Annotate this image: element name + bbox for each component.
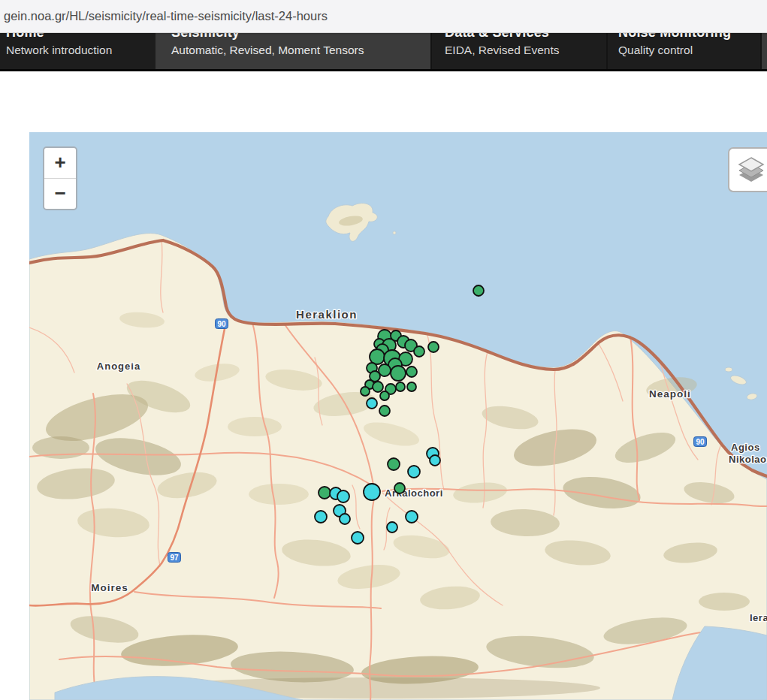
place-label: Anogeia bbox=[97, 361, 140, 372]
earthquake-marker[interactable] bbox=[391, 366, 406, 381]
earthquake-marker[interactable] bbox=[406, 511, 418, 523]
svg-text:90: 90 bbox=[217, 320, 226, 328]
place-label: Iera bbox=[750, 612, 767, 623]
place-label: Arkalochori bbox=[385, 487, 443, 499]
earthquake-marker[interactable] bbox=[379, 406, 390, 416]
nav-item-subtitle: Network introduction bbox=[6, 44, 112, 57]
earthquake-marker[interactable] bbox=[367, 398, 377, 409]
earthquake-marker[interactable] bbox=[337, 490, 349, 502]
earthquake-marker[interactable] bbox=[319, 487, 331, 499]
svg-text:97: 97 bbox=[170, 554, 179, 562]
layers-icon bbox=[736, 155, 766, 185]
earthquake-marker[interactable] bbox=[340, 514, 350, 524]
earthquake-marker[interactable] bbox=[407, 382, 416, 391]
place-label: Agios bbox=[731, 442, 760, 453]
map-canvas: HeraklionAnogeiaNeapoliAgiosNikolaosArka… bbox=[29, 132, 767, 700]
zoom-control: + − bbox=[43, 146, 77, 210]
zoom-in-button[interactable]: + bbox=[44, 148, 76, 178]
earthquake-marker[interactable] bbox=[387, 522, 397, 533]
nav-item-subtitle: Quality control bbox=[618, 44, 693, 57]
earthquake-marker[interactable] bbox=[414, 346, 424, 357]
url-text: gein.noa.gr/HL/seismicity/real-time-seis… bbox=[0, 9, 328, 23]
earthquake-marker[interactable] bbox=[473, 285, 484, 296]
road-shield: 90 bbox=[694, 437, 707, 447]
earthquake-marker[interactable] bbox=[373, 382, 383, 392]
earthquake-marker[interactable] bbox=[361, 387, 370, 396]
islet bbox=[725, 367, 732, 372]
earthquake-marker[interactable] bbox=[364, 484, 380, 500]
islet bbox=[393, 231, 396, 234]
earthquake-marker[interactable] bbox=[388, 458, 400, 470]
road-shield: 97 bbox=[168, 553, 181, 563]
url-bar: gein.noa.gr/HL/seismicity/real-time-seis… bbox=[0, 0, 767, 33]
earthquake-marker[interactable] bbox=[380, 391, 389, 400]
nav-item-subtitle: Automatic, Revised, Moment Tensors bbox=[171, 44, 364, 57]
earthquake-marker[interactable] bbox=[430, 455, 440, 466]
nav-item-subtitle: EIDA, Revised Events bbox=[445, 44, 559, 57]
map-container[interactable]: HeraklionAnogeiaNeapoliAgiosNikolaosArka… bbox=[29, 132, 767, 700]
earthquake-marker[interactable] bbox=[394, 483, 405, 493]
place-label: Moires bbox=[91, 582, 128, 593]
place-label: Neapoli bbox=[649, 388, 691, 400]
earthquake-marker[interactable] bbox=[396, 382, 405, 391]
earthquake-marker[interactable] bbox=[408, 466, 420, 478]
layers-control[interactable] bbox=[728, 147, 767, 192]
earthquake-marker[interactable] bbox=[315, 511, 327, 523]
svg-text:90: 90 bbox=[696, 438, 705, 446]
place-label: Heraklion bbox=[296, 308, 358, 321]
earthquake-marker[interactable] bbox=[352, 532, 364, 544]
place-label: Nikolaos bbox=[729, 454, 767, 465]
earthquake-marker[interactable] bbox=[370, 349, 385, 364]
road-shield: 90 bbox=[216, 319, 228, 329]
earthquake-marker[interactable] bbox=[428, 342, 439, 352]
zoom-out-button[interactable]: − bbox=[44, 178, 76, 209]
earthquake-marker[interactable] bbox=[406, 367, 417, 377]
